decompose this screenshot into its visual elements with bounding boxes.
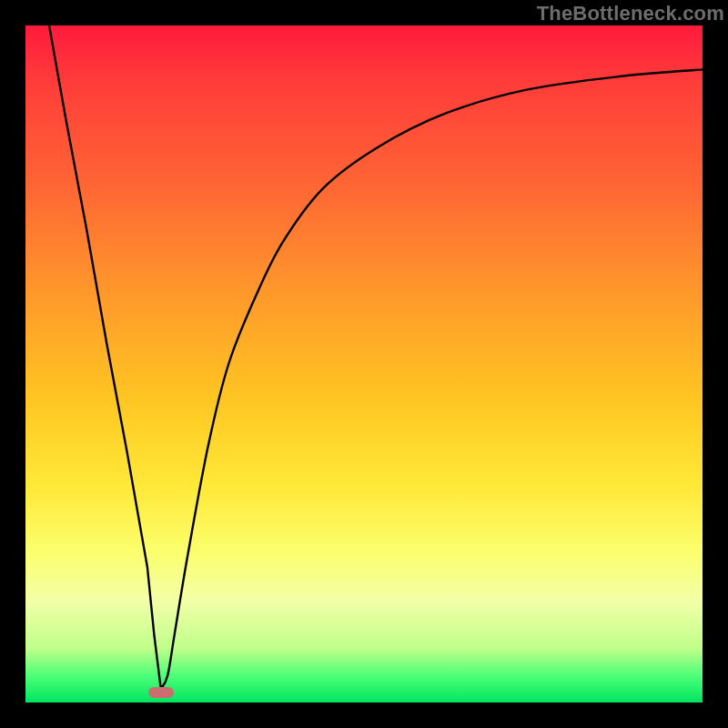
optimum-marker [148,687,174,698]
curve-svg [25,25,703,703]
watermark-label: TheBottleneck.com [537,2,724,25]
chart-container: TheBottleneck.com [0,0,728,728]
plot-area [25,25,703,703]
bottleneck-curve-path [49,25,703,689]
